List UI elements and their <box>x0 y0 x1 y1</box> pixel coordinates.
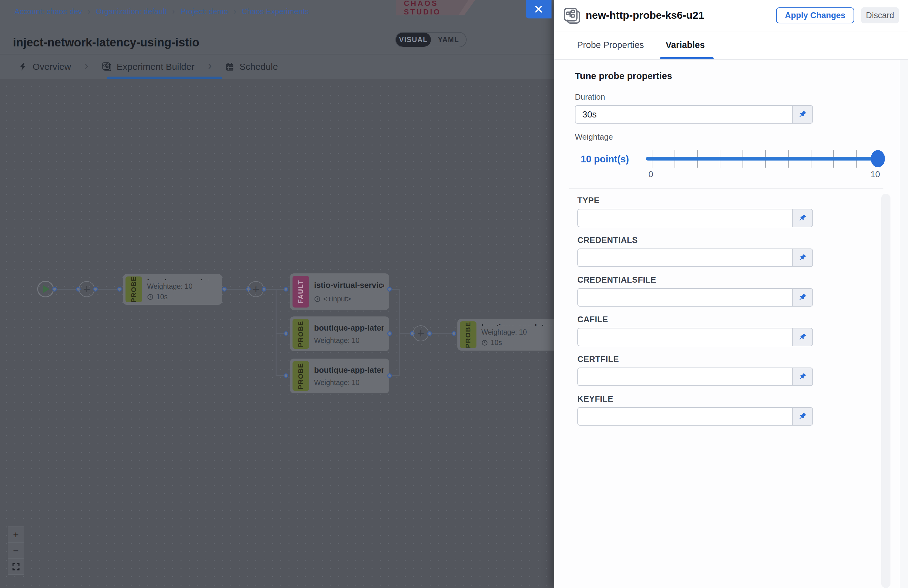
probe-config-drawer: new-http-probe-ks6-u21 Apply Changes Dis… <box>554 0 908 588</box>
tab-schedule[interactable]: Schedule <box>225 61 278 72</box>
breadcrumb-separator: › <box>88 7 90 16</box>
edge-dot <box>117 287 122 292</box>
toggle-visual[interactable]: VISUAL <box>396 32 431 47</box>
probe-node-card[interactable]: PROBE boutique-app-latency-ch... Weighta… <box>290 316 389 351</box>
breadcrumb-chaos-experiments[interactable]: Chaos Experiments <box>242 7 309 16</box>
probe-badge: PROBE <box>460 321 477 348</box>
node-weightage: Weightage: 10 <box>314 336 384 345</box>
discard-button[interactable]: Discard <box>861 7 899 23</box>
canvas-zoom-controls: + − <box>8 527 24 575</box>
edge-dot <box>387 331 392 336</box>
drawer-scrollbar-track[interactable] <box>900 59 908 588</box>
variable-input-cafile[interactable] <box>577 328 792 346</box>
clock-icon <box>147 294 153 300</box>
node-title: boutique-app-latency-ch... <box>481 323 554 326</box>
pin-button[interactable] <box>792 407 813 426</box>
variable-input-keyfile[interactable] <box>577 407 792 426</box>
edge-line <box>97 289 118 290</box>
add-node-button[interactable]: + <box>79 281 95 297</box>
chaos-studio-app: Account: chaos-dev › Organization: defau… <box>0 0 908 588</box>
tab-overview-label: Overview <box>32 61 71 72</box>
pin-button[interactable] <box>792 249 813 267</box>
pin-button[interactable] <box>792 209 813 227</box>
probe-icon <box>563 7 581 26</box>
node-weightage: Weightage: 10 <box>314 379 384 387</box>
probe-node-card[interactable]: PROBE boutique-app-latency-ch... Weighta… <box>290 358 389 393</box>
close-drawer-button[interactable] <box>526 0 552 18</box>
toggle-yaml[interactable]: YAML <box>431 32 466 47</box>
tab-variables[interactable]: Variables <box>666 40 705 50</box>
pin-icon <box>798 214 807 223</box>
pin-button[interactable] <box>792 328 813 346</box>
pin-icon <box>798 110 807 119</box>
apply-changes-button[interactable]: Apply Changes <box>776 7 854 23</box>
variable-label-keyfile: KEYFILE <box>577 394 613 404</box>
breadcrumb-separator: › <box>172 7 175 16</box>
variables-scrollbar[interactable] <box>881 194 890 588</box>
tab-experiment-builder-label: Experiment Builder <box>117 61 195 72</box>
node-title: istio-virtual-service-crea... <box>314 281 384 290</box>
overview-icon <box>18 62 28 71</box>
pin-icon <box>798 293 807 302</box>
visual-yaml-toggle[interactable]: VISUAL YAML <box>395 32 467 47</box>
tab-experiment-builder[interactable]: Experiment Builder <box>102 61 195 72</box>
pin-icon <box>798 372 807 381</box>
breadcrumb-project[interactable]: Project: demo <box>180 7 228 16</box>
breadcrumb-separator: › <box>233 7 236 16</box>
probe-badge: PROBE <box>126 276 142 302</box>
node-duration: 10s <box>147 293 217 301</box>
variable-input-type[interactable] <box>577 209 792 227</box>
chevron-right-icon: › <box>85 59 88 72</box>
pin-icon <box>798 412 807 421</box>
drawer-body: Tune probe properties Duration Weightage… <box>554 59 908 588</box>
drawer-tabs: Probe Properties Variables <box>554 31 908 59</box>
node-weightage: Weightage: 10 <box>147 282 217 291</box>
tab-probe-properties[interactable]: Probe Properties <box>577 40 644 50</box>
tab-overview[interactable]: Overview <box>18 61 71 72</box>
weightage-slider-thumb[interactable] <box>871 150 885 167</box>
variable-label-certfile: CERTFILE <box>577 355 619 364</box>
variable-label-credentialsfile: CREDENTIALSFILE <box>577 275 657 285</box>
variable-field-credentialsfile <box>577 288 813 307</box>
edge-dot <box>262 287 266 292</box>
probe-node-card[interactable]: PROBE boutique-app-latency-ch... Weighta… <box>457 319 559 350</box>
zoom-out-button[interactable]: − <box>8 543 24 559</box>
experiment-workspace: Account: chaos-dev › Organization: defau… <box>0 0 554 588</box>
fullscreen-button[interactable] <box>8 559 24 575</box>
probe-node-card[interactable]: PROBE boutique-app-latency-ch... Weighta… <box>123 274 222 305</box>
clock-icon <box>314 296 320 302</box>
add-node-button[interactable]: + <box>413 325 429 341</box>
variable-field-cafile <box>577 328 813 346</box>
pin-button[interactable] <box>792 288 813 307</box>
variable-input-certfile[interactable] <box>577 368 792 386</box>
edge-line <box>399 333 411 334</box>
node-duration: 10s <box>481 339 554 347</box>
fault-node-card[interactable]: FAULT istio-virtual-service-crea... <+in… <box>290 273 389 310</box>
edge-dot <box>427 331 432 336</box>
edge-dot <box>283 287 288 292</box>
edge-line <box>226 289 246 290</box>
variable-field-type <box>577 209 813 227</box>
edge-dot <box>222 287 227 292</box>
variable-label-credentials: CREDENTIALS <box>577 236 638 245</box>
active-tab-underline <box>107 77 222 79</box>
fault-badge: FAULT <box>293 276 309 307</box>
node-title: boutique-app-latency-ch... <box>147 278 217 280</box>
breadcrumb-organization[interactable]: Organization: default <box>96 7 167 16</box>
slider-max-label: 10 <box>871 169 880 179</box>
edge-line <box>56 289 76 290</box>
weightage-slider[interactable] <box>646 157 880 161</box>
pipeline-canvas[interactable]: + PROBE boutique-app-latency-ch... Weigh… <box>0 79 554 588</box>
edge-dot <box>93 287 98 292</box>
section-heading: Tune probe properties <box>575 71 672 81</box>
pin-button[interactable] <box>792 368 813 386</box>
pin-button[interactable] <box>792 105 813 124</box>
breadcrumb-account[interactable]: Account: chaos-dev <box>14 7 82 16</box>
duration-input[interactable] <box>575 105 792 124</box>
close-icon <box>534 5 543 14</box>
zoom-in-button[interactable]: + <box>8 527 24 543</box>
variable-input-credentials[interactable] <box>577 249 792 267</box>
play-icon <box>43 285 50 293</box>
start-node[interactable] <box>37 281 54 297</box>
variable-input-credentialsfile[interactable] <box>577 288 792 307</box>
